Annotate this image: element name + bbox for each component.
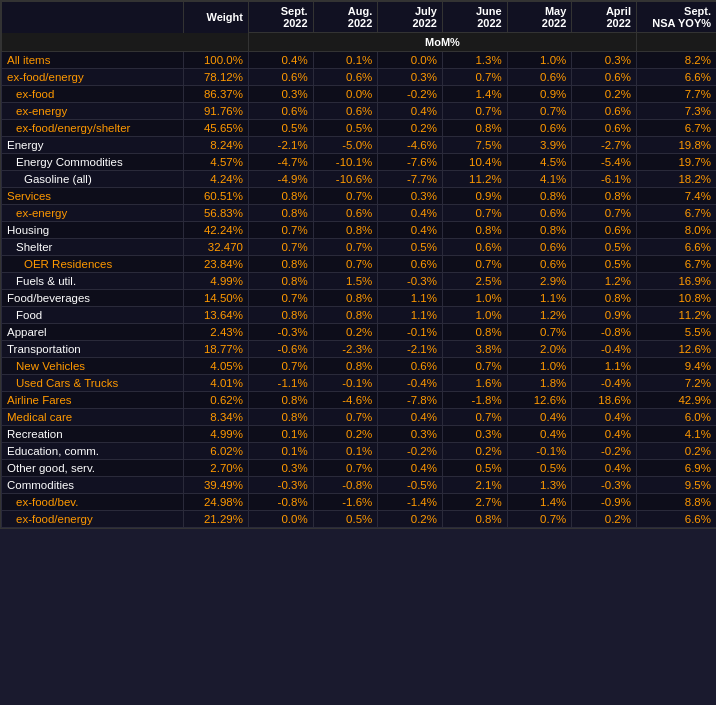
table-row: ex-food/energy21.29%0.0%0.5%0.2%0.8%0.7%… bbox=[2, 511, 717, 528]
row-value: 0.4% bbox=[378, 205, 443, 222]
row-value: 0.7% bbox=[442, 256, 507, 273]
row-value: 0.7% bbox=[507, 511, 572, 528]
row-value: 19.7% bbox=[636, 154, 716, 171]
row-value: 4.24% bbox=[184, 171, 249, 188]
row-value: 2.1% bbox=[442, 477, 507, 494]
table-row: ex-food/energy/shelter45.65%0.5%0.5%0.2%… bbox=[2, 120, 717, 137]
mom-label: MoM% bbox=[248, 33, 636, 52]
row-value: 0.3% bbox=[378, 426, 443, 443]
row-value: 0.9% bbox=[442, 188, 507, 205]
row-value: 91.76% bbox=[184, 103, 249, 120]
cpi-table: Weight Sept.2022 Aug.2022 July2022 June2… bbox=[0, 0, 716, 529]
row-value: 32.470 bbox=[184, 239, 249, 256]
row-value: 4.57% bbox=[184, 154, 249, 171]
row-label: Energy Commodities bbox=[2, 154, 184, 171]
row-value: 78.12% bbox=[184, 69, 249, 86]
row-value: 23.84% bbox=[184, 256, 249, 273]
row-value: 0.6% bbox=[572, 222, 637, 239]
row-value: 0.8% bbox=[442, 222, 507, 239]
row-label: Recreation bbox=[2, 426, 184, 443]
row-value: 0.7% bbox=[313, 239, 378, 256]
row-value: 0.8% bbox=[248, 392, 313, 409]
row-value: 8.2% bbox=[636, 52, 716, 69]
row-value: 0.5% bbox=[572, 239, 637, 256]
row-label: Commodities bbox=[2, 477, 184, 494]
row-value: 0.4% bbox=[378, 222, 443, 239]
row-value: 16.9% bbox=[636, 273, 716, 290]
table-row: OER Residences23.84%0.8%0.7%0.6%0.7%0.6%… bbox=[2, 256, 717, 273]
row-value: -0.8% bbox=[313, 477, 378, 494]
row-value: 1.3% bbox=[442, 52, 507, 69]
row-label: Fuels & util. bbox=[2, 273, 184, 290]
row-value: -0.3% bbox=[572, 477, 637, 494]
row-value: 8.34% bbox=[184, 409, 249, 426]
row-value: 0.7% bbox=[313, 460, 378, 477]
row-value: 0.6% bbox=[572, 69, 637, 86]
col-label-header bbox=[2, 2, 184, 33]
row-value: 0.0% bbox=[248, 511, 313, 528]
row-value: 0.6% bbox=[442, 239, 507, 256]
table-row: Gasoline (all)4.24%-4.9%-10.6%-7.7%11.2%… bbox=[2, 171, 717, 188]
row-value: 0.4% bbox=[378, 103, 443, 120]
row-value: 6.7% bbox=[636, 256, 716, 273]
row-value: 2.0% bbox=[507, 341, 572, 358]
row-value: 0.2% bbox=[572, 86, 637, 103]
row-value: 0.6% bbox=[507, 205, 572, 222]
row-value: 0.7% bbox=[248, 358, 313, 375]
row-value: -2.1% bbox=[248, 137, 313, 154]
row-value: 0.6% bbox=[378, 358, 443, 375]
table-row: Recreation4.99%0.1%0.2%0.3%0.3%0.4%0.4%4… bbox=[2, 426, 717, 443]
header-row-labels: Weight Sept.2022 Aug.2022 July2022 June2… bbox=[2, 2, 717, 33]
row-value: 0.7% bbox=[442, 409, 507, 426]
row-value: 0.8% bbox=[442, 324, 507, 341]
row-value: 24.98% bbox=[184, 494, 249, 511]
row-value: 0.8% bbox=[248, 188, 313, 205]
row-value: 0.8% bbox=[248, 256, 313, 273]
row-value: 12.6% bbox=[636, 341, 716, 358]
row-label: Medical care bbox=[2, 409, 184, 426]
row-value: 4.1% bbox=[636, 426, 716, 443]
row-value: 0.2% bbox=[572, 511, 637, 528]
row-value: -0.4% bbox=[572, 341, 637, 358]
row-value: 0.6% bbox=[572, 103, 637, 120]
row-value: 0.2% bbox=[313, 324, 378, 341]
table-row: Food/beverages14.50%0.7%0.8%1.1%1.0%1.1%… bbox=[2, 290, 717, 307]
row-value: 0.7% bbox=[248, 222, 313, 239]
row-value: -10.1% bbox=[313, 154, 378, 171]
row-value: 0.8% bbox=[572, 290, 637, 307]
row-value: 0.3% bbox=[248, 460, 313, 477]
row-value: -6.1% bbox=[572, 171, 637, 188]
row-value: 0.3% bbox=[572, 52, 637, 69]
row-value: -0.2% bbox=[378, 86, 443, 103]
row-value: 0.2% bbox=[378, 120, 443, 137]
row-value: -4.9% bbox=[248, 171, 313, 188]
row-value: 0.4% bbox=[248, 52, 313, 69]
table-row: Food13.64%0.8%0.8%1.1%1.0%1.2%0.9%11.2% bbox=[2, 307, 717, 324]
row-value: 0.7% bbox=[442, 358, 507, 375]
row-value: 4.01% bbox=[184, 375, 249, 392]
table-row: Services60.51%0.8%0.7%0.3%0.9%0.8%0.8%7.… bbox=[2, 188, 717, 205]
row-value: -0.6% bbox=[248, 341, 313, 358]
row-label: ex-energy bbox=[2, 205, 184, 222]
row-value: -2.3% bbox=[313, 341, 378, 358]
row-label: ex-food bbox=[2, 86, 184, 103]
row-value: 45.65% bbox=[184, 120, 249, 137]
row-value: 4.99% bbox=[184, 273, 249, 290]
row-value: -0.9% bbox=[572, 494, 637, 511]
row-value: 7.2% bbox=[636, 375, 716, 392]
row-value: -0.2% bbox=[572, 443, 637, 460]
row-value: 6.7% bbox=[636, 205, 716, 222]
row-value: 1.1% bbox=[378, 307, 443, 324]
row-value: 11.2% bbox=[636, 307, 716, 324]
row-value: 0.5% bbox=[378, 239, 443, 256]
row-value: 8.8% bbox=[636, 494, 716, 511]
col-jul2022-header: July2022 bbox=[378, 2, 443, 33]
col-weight-header: Weight bbox=[184, 2, 249, 33]
row-value: 0.7% bbox=[442, 103, 507, 120]
row-value: 0.2% bbox=[442, 443, 507, 460]
row-value: 0.7% bbox=[442, 205, 507, 222]
row-value: 2.9% bbox=[507, 273, 572, 290]
table-row: Transportation18.77%-0.6%-2.3%-2.1%3.8%2… bbox=[2, 341, 717, 358]
row-value: 0.8% bbox=[248, 205, 313, 222]
row-value: 0.62% bbox=[184, 392, 249, 409]
